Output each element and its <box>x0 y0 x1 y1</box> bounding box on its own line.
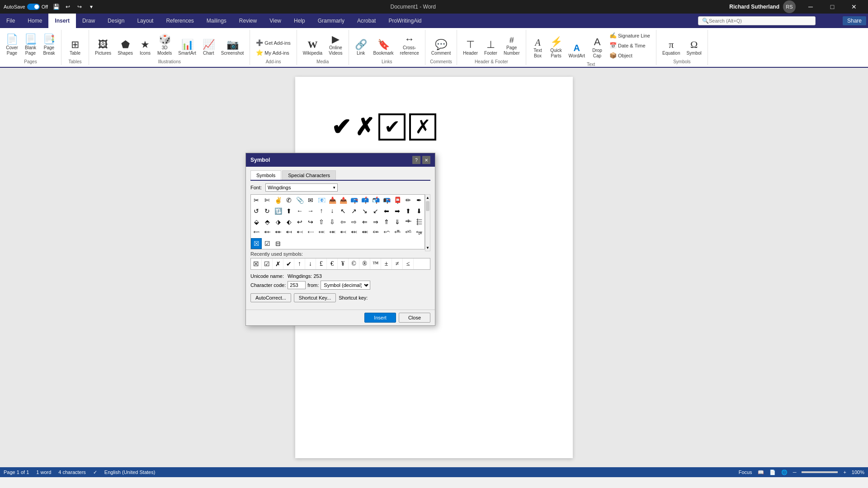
sym-a13[interactable]: ⬿ <box>381 227 392 238</box>
sym-downarrow3[interactable]: ⇓ <box>392 216 403 227</box>
tab-references[interactable]: References <box>160 14 200 28</box>
chart-button[interactable]: 📈 Chart <box>200 38 217 57</box>
recent-sym-6[interactable]: £ <box>316 258 327 269</box>
signature-line-button[interactable]: ✍ Signature Line <box>607 31 652 40</box>
sym-a2[interactable]: ⬴ <box>262 227 273 238</box>
table-button[interactable]: ⊞ Table <box>65 38 85 57</box>
search-bar[interactable]: 🔍 <box>698 16 816 25</box>
recent-sym-12[interactable]: ± <box>381 258 392 269</box>
sym-downright[interactable]: ↘ <box>359 206 370 216</box>
sym-forwardarrow[interactable]: ⬱ <box>414 216 425 227</box>
sym-backarrow[interactable]: ⬲ <box>403 216 414 227</box>
sym-downleft[interactable]: ↙ <box>370 206 381 216</box>
sym-downarrow2[interactable]: ⇩ <box>327 216 338 227</box>
sym-rightarrow3[interactable]: ⇒ <box>370 216 381 227</box>
sym-empty5[interactable] <box>327 238 338 249</box>
sym-upleft[interactable]: ↖ <box>338 206 349 216</box>
tab-prowritingaid[interactable]: ProWritingAid <box>382 14 428 28</box>
sym-leftarrow2[interactable]: ⇦ <box>338 216 349 227</box>
tab-design[interactable]: Design <box>101 14 131 28</box>
font-select[interactable]: Wingdings Symbol Webdings Arial <box>265 183 338 192</box>
sym-cut[interactable]: ✄ <box>262 195 273 206</box>
sym-finger[interactable]: ✌ <box>273 195 283 206</box>
online-videos-button[interactable]: ▶ OnlineVideos <box>326 33 344 57</box>
sym-email[interactable]: 📧 <box>316 195 327 206</box>
sym-postbox[interactable]: 📮 <box>392 195 403 206</box>
sym-downbig[interactable]: ⬇ <box>414 206 425 216</box>
sym-up[interactable]: ↑ <box>316 206 327 216</box>
web-layout-icon[interactable]: 🌐 <box>781 469 788 475</box>
symbol-dialog[interactable]: Symbol ? ✕ Symbols Special Characters Fo… <box>245 153 435 326</box>
sym-a16[interactable]: ⭂ <box>414 227 425 238</box>
sym-empty4[interactable] <box>316 238 327 249</box>
cross-reference-button[interactable]: ↔ Cross-reference <box>398 33 421 57</box>
sym-empty2[interactable] <box>294 238 305 249</box>
sym-refresh-ccw[interactable]: ↺ <box>251 206 262 216</box>
focus-label[interactable]: Focus <box>739 469 752 475</box>
sym-empty10[interactable] <box>381 238 392 249</box>
redo-button[interactable]: ↪ <box>74 1 85 12</box>
sym-uparrow3[interactable]: ⇑ <box>381 216 392 227</box>
link-button[interactable]: 🔗 Link <box>353 38 369 57</box>
sym-uparrow[interactable]: ⬆ <box>283 206 294 216</box>
tab-acrobat[interactable]: Acrobat <box>351 14 382 28</box>
tab-symbols[interactable]: Symbols <box>250 170 281 180</box>
zoom-level[interactable]: 100% <box>852 469 864 475</box>
dialog-help-button[interactable]: ? <box>412 156 420 164</box>
sym-a12[interactable]: ⬾ <box>370 227 381 238</box>
maximize-button[interactable]: □ <box>822 0 843 14</box>
sym-a15[interactable]: ⭁ <box>403 227 414 238</box>
minimize-button[interactable]: ─ <box>800 0 821 14</box>
comment-button[interactable]: 💬 Comment <box>429 38 453 57</box>
cover-page-button[interactable]: 📄 CoverPage <box>4 33 20 57</box>
shapes-button[interactable]: ⬟ Shapes <box>115 38 135 57</box>
sym-upbig[interactable]: ⬆ <box>403 206 414 216</box>
scroll-down-arrow[interactable]: ▼ <box>425 245 430 251</box>
sym-a10[interactable]: ⬼ <box>349 227 359 238</box>
3d-models-button[interactable]: 🎲 3DModels <box>155 33 174 57</box>
tab-view[interactable]: View <box>263 14 288 28</box>
sym-grid[interactable]: ⊟ <box>273 238 283 249</box>
sym-a9[interactable]: ⬻ <box>338 227 349 238</box>
undo-button[interactable]: ↩ <box>62 1 73 12</box>
wordart-button[interactable]: A WordArt <box>566 42 588 60</box>
recent-sym-1[interactable]: ☑ <box>262 258 273 269</box>
recent-sym-11[interactable]: ™ <box>370 258 381 269</box>
sym-scissors[interactable]: ✂ <box>251 195 262 206</box>
shortcut-key-button[interactable]: Shortcut Key... <box>294 293 336 302</box>
symbol-button[interactable]: Ω Symbol <box>684 38 703 57</box>
footer-button[interactable]: ⊥ Footer <box>482 38 500 57</box>
sym-empty11[interactable] <box>392 238 403 249</box>
sym-a5[interactable]: ⬷ <box>294 227 305 238</box>
autocorrect-button[interactable]: AutoCorrect... <box>250 293 291 302</box>
tab-mailings[interactable]: Mailings <box>200 14 233 28</box>
sym-empty13[interactable] <box>414 238 425 249</box>
sym-a14[interactable]: ⭀ <box>392 227 403 238</box>
wikipedia-button[interactable]: W Wikipedia <box>301 38 325 57</box>
recent-sym-14[interactable]: ≤ <box>403 258 414 269</box>
sym-mailbox3[interactable]: 📬 <box>370 195 381 206</box>
get-addins-button[interactable]: ➕ Get Add-ins <box>254 38 292 47</box>
sym-empty6[interactable] <box>338 238 349 249</box>
sym-rightcurve[interactable]: ↪ <box>305 216 316 227</box>
sym-empty9[interactable] <box>370 238 381 249</box>
sym-clip[interactable]: 📎 <box>294 195 305 206</box>
sym-mailbox[interactable]: 📪 <box>349 195 359 206</box>
customize-qat-button[interactable]: ▾ <box>86 1 97 12</box>
search-input[interactable] <box>709 18 811 23</box>
zoom-slider[interactable] <box>802 471 838 473</box>
header-button[interactable]: ⊤ Header <box>461 38 480 57</box>
sym-rightarrow2[interactable]: ⇨ <box>349 216 359 227</box>
sym-a1[interactable]: ⬳ <box>251 227 262 238</box>
sym-empty12[interactable] <box>403 238 414 249</box>
recent-sym-13[interactable]: ≠ <box>392 258 403 269</box>
sym-box-cross[interactable]: ☒ <box>251 238 262 249</box>
my-addins-button[interactable]: ⭐ My Add-ins <box>254 48 292 57</box>
tab-review[interactable]: Review <box>233 14 263 28</box>
sym-circlearrow1[interactable]: ⬙ <box>251 216 262 227</box>
recent-sym-7[interactable]: € <box>327 258 338 269</box>
autosave-toggle[interactable] <box>27 4 40 10</box>
tab-grammarly[interactable]: Grammarly <box>311 14 351 28</box>
scroll-thumb[interactable] <box>426 201 429 211</box>
print-layout-icon[interactable]: 📄 <box>769 469 776 475</box>
